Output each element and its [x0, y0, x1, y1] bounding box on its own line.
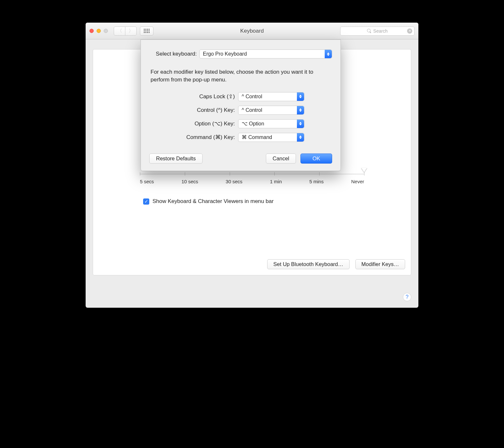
nav-buttons: 〈 〉: [114, 27, 137, 36]
control-label: Control (^) Key:: [149, 107, 238, 113]
sheet-description: For each modifier key listed below, choo…: [151, 68, 331, 84]
forward-button[interactable]: 〉: [125, 27, 137, 36]
modifier-keys-sheet: Select keyboard: Ergo Pro Keyboard For e…: [141, 39, 341, 171]
preferences-window: 〈 〉 Keyboard Search ✕: [86, 23, 418, 308]
select-keyboard-value: Ergo Pro Keyboard: [203, 51, 247, 57]
slider-thumb[interactable]: [361, 168, 367, 175]
show-viewers-row: ✓ Show Keyboard & Character Viewers in m…: [143, 198, 274, 205]
control-row: Control (^) Key: ^ Control: [149, 106, 332, 115]
clear-search-button[interactable]: ✕: [407, 28, 412, 34]
dropdown-arrows-icon: [297, 120, 304, 128]
select-keyboard-dropdown[interactable]: Ergo Pro Keyboard: [199, 49, 332, 59]
slider-track: [140, 174, 364, 174]
option-value: ⌥ Option: [242, 121, 264, 127]
dropdown-arrows-icon: [297, 106, 304, 114]
slider-label: Never: [351, 179, 364, 184]
minimize-window-button[interactable]: [97, 29, 101, 33]
chevron-left-icon: 〈: [117, 28, 122, 34]
modifier-keys-button[interactable]: Modifier Keys…: [355, 259, 405, 269]
option-label: Option (⌥) Key:: [149, 120, 238, 127]
select-keyboard-row: Select keyboard: Ergo Pro Keyboard: [149, 49, 332, 59]
dropdown-arrows-icon: [325, 50, 332, 58]
panel-bottom-buttons: Set Up Bluetooth Keyboard… Modifier Keys…: [267, 259, 405, 269]
command-row: Command (⌘) Key: ⌘ Command: [149, 133, 332, 142]
dropdown-arrows-icon: [297, 92, 304, 101]
capslock-value: ^ Control: [242, 94, 262, 100]
show-viewers-label: Show Keyboard & Character Viewers in men…: [152, 198, 274, 205]
option-dropdown[interactable]: ⌥ Option: [238, 119, 304, 128]
chevron-right-icon: 〉: [129, 28, 133, 34]
dropdown-arrows-icon: [297, 133, 304, 142]
help-icon: ?: [406, 294, 409, 300]
control-value: ^ Control: [242, 107, 262, 113]
search-placeholder: Search: [373, 28, 387, 34]
cancel-button[interactable]: Cancel: [266, 154, 296, 164]
delay-slider[interactable]: 5 secs 10 secs 30 secs 1 min 5 mins Neve…: [140, 174, 364, 184]
show-viewers-checkbox[interactable]: ✓: [143, 198, 149, 205]
help-button[interactable]: ?: [403, 293, 411, 301]
zoom-window-button[interactable]: [104, 29, 108, 33]
slider-label: 5 secs: [140, 179, 154, 184]
sheet-buttons: Restore Defaults Cancel OK: [149, 154, 332, 164]
slider-label: 5 mins: [310, 179, 324, 184]
titlebar: 〈 〉 Keyboard Search ✕: [86, 23, 418, 39]
check-icon: ✓: [144, 199, 148, 204]
select-keyboard-label: Select keyboard:: [149, 51, 199, 57]
show-all-button[interactable]: [140, 27, 153, 36]
option-row: Option (⌥) Key: ⌥ Option: [149, 119, 332, 128]
search-icon: [367, 29, 371, 33]
back-button[interactable]: 〈: [114, 27, 125, 36]
command-value: ⌘ Command: [242, 134, 272, 140]
command-label: Command (⌘) Key:: [149, 134, 238, 141]
search-input[interactable]: Search ✕: [340, 27, 415, 36]
setup-bluetooth-button[interactable]: Set Up Bluetooth Keyboard…: [267, 259, 349, 269]
close-window-button[interactable]: [89, 29, 94, 33]
command-dropdown[interactable]: ⌘ Command: [238, 133, 304, 142]
capslock-row: Caps Lock (⇪) ^ Control: [149, 92, 332, 101]
slider-label: 1 min: [270, 179, 282, 184]
slider-label: 30 secs: [226, 179, 243, 184]
capslock-label: Caps Lock (⇪): [149, 93, 238, 100]
capslock-dropdown[interactable]: ^ Control: [238, 92, 304, 101]
grid-icon: [144, 29, 150, 33]
slider-labels: 5 secs 10 secs 30 secs 1 min 5 mins Neve…: [140, 179, 364, 184]
traffic-lights: [89, 29, 108, 33]
control-dropdown[interactable]: ^ Control: [238, 106, 304, 115]
slider-label: 10 secs: [182, 179, 198, 184]
restore-defaults-button[interactable]: Restore Defaults: [149, 154, 203, 164]
ok-button[interactable]: OK: [300, 154, 332, 164]
